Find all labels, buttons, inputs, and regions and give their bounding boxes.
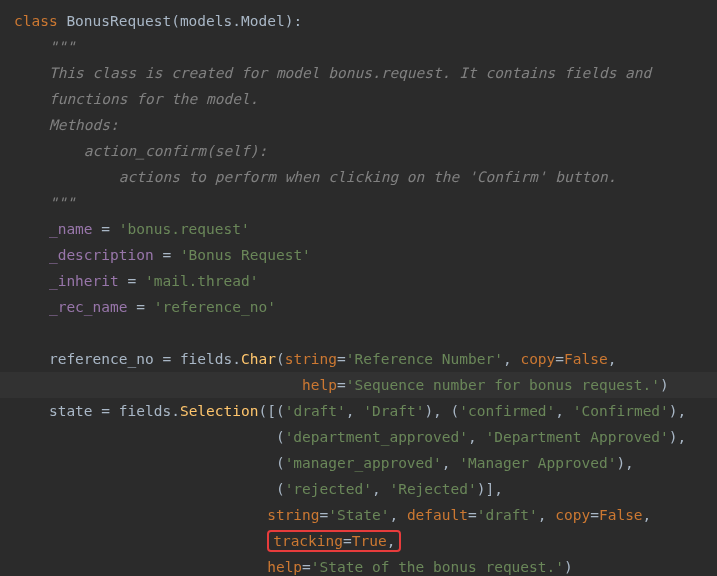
docstring-line: functions for the model. xyxy=(49,91,259,107)
base-class: models.Model xyxy=(180,13,285,29)
selection-value: 'Confirmed' xyxy=(573,403,669,419)
kwarg-string: string xyxy=(285,351,337,367)
field-reference-no: reference_no xyxy=(49,351,154,367)
bool-false: False xyxy=(599,507,643,523)
keyword-class: class xyxy=(14,13,58,29)
string-literal: 'bonus.request' xyxy=(119,221,250,237)
docstring-close: """ xyxy=(49,195,75,211)
selection-fn: Selection xyxy=(180,403,259,419)
selection-value: 'Rejected' xyxy=(389,481,476,497)
docstring-line: Methods: xyxy=(49,117,119,133)
attr-description: _description xyxy=(49,247,154,263)
field-state: state xyxy=(49,403,93,419)
docstring-line: action_confirm(self): xyxy=(84,143,267,159)
string-literal: 'draft' xyxy=(477,507,538,523)
selection-key: 'department_approved' xyxy=(285,429,468,445)
selection-key: 'confirmed' xyxy=(459,403,555,419)
selection-key: 'draft' xyxy=(285,403,346,419)
kwarg-default: default xyxy=(407,507,468,523)
fields-module: fields xyxy=(180,351,232,367)
string-literal: 'State of the bonus request.' xyxy=(311,559,564,575)
kwarg-tracking: tracking xyxy=(273,533,343,549)
char-fn: Char xyxy=(241,351,276,367)
selection-value: 'Manager Approved' xyxy=(459,455,616,471)
attr-rec-name: _rec_name xyxy=(49,299,128,315)
string-literal: 'reference_no' xyxy=(154,299,276,315)
kwarg-copy: copy xyxy=(555,507,590,523)
selection-key: 'rejected' xyxy=(285,481,372,497)
highlighted-tracking-arg: tracking=True, xyxy=(267,530,401,552)
bool-true: True xyxy=(352,533,387,549)
kwarg-copy: copy xyxy=(520,351,555,367)
bool-false: False xyxy=(564,351,608,367)
kwarg-help: help xyxy=(302,377,337,393)
string-literal: 'State' xyxy=(328,507,389,523)
selection-value: 'Department Approved' xyxy=(485,429,668,445)
kwarg-help: help xyxy=(267,559,302,575)
string-literal: 'Reference Number' xyxy=(346,351,503,367)
string-literal: 'Bonus Request' xyxy=(180,247,311,263)
class-name: BonusRequest xyxy=(66,13,171,29)
docstring-line: This class is created for model bonus.re… xyxy=(49,65,651,81)
docstring-line: actions to perform when clicking on the … xyxy=(119,169,617,185)
kwarg-string: string xyxy=(267,507,319,523)
selection-value: 'Draft' xyxy=(363,403,424,419)
fields-module: fields xyxy=(119,403,171,419)
string-literal: 'Sequence number for bonus request.' xyxy=(346,377,660,393)
attr-inherit: _inherit xyxy=(49,273,119,289)
attr-name: _name xyxy=(49,221,93,237)
docstring-open: """ xyxy=(49,39,75,55)
code-editor[interactable]: class BonusRequest(models.Model): """ Th… xyxy=(0,0,717,576)
selection-key: 'manager_approved' xyxy=(285,455,442,471)
string-literal: 'mail.thread' xyxy=(145,273,259,289)
